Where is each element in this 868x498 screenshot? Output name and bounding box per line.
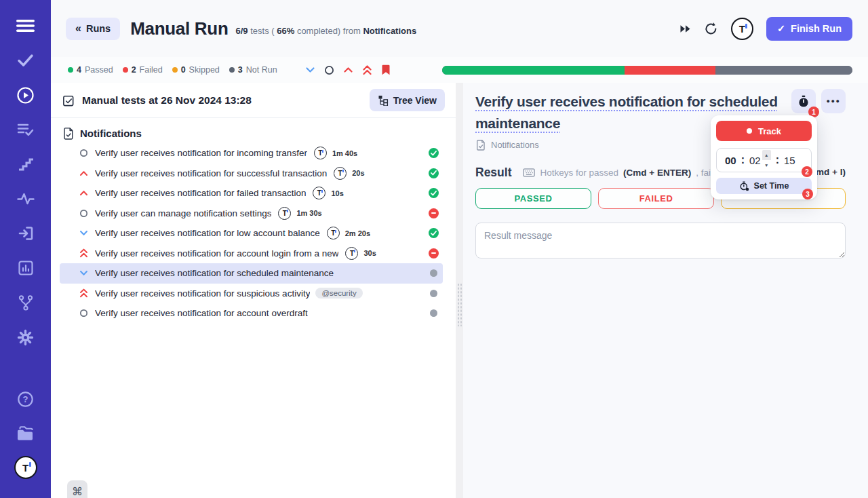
test-row[interactable]: Verify user receives notification for ac… <box>60 244 443 264</box>
test-duration: 30s <box>363 249 376 257</box>
bookmark-icon[interactable] <box>381 64 391 76</box>
passed-status-icon <box>429 148 439 158</box>
back-to-runs-button[interactable]: « Runs <box>66 18 120 40</box>
high-priority-icon <box>79 170 89 176</box>
retry-timer-icon[interactable] <box>704 22 718 36</box>
status-dot <box>123 67 128 73</box>
run-checklist-icon <box>62 94 75 107</box>
resize-grip[interactable] <box>457 283 462 326</box>
sidebar-item-steps[interactable] <box>12 152 39 176</box>
logo-letter: T <box>22 462 28 474</box>
sidebar-item-pulse[interactable] <box>12 187 39 211</box>
testomat-logo-icon[interactable]: T <box>14 456 37 479</box>
run-progress-summary: 6/9 tests ( 66% completed) from Notifica… <box>236 22 417 36</box>
stat-count: 3 <box>238 65 243 75</box>
sidebar-item-folder[interactable] <box>12 421 39 446</box>
page-title: Manual Run <box>130 18 228 39</box>
stat-label: Passed <box>85 65 113 75</box>
panel-resize-handle[interactable] <box>456 83 463 498</box>
stepper-up-icon[interactable]: ▲ <box>762 150 771 160</box>
test-row[interactable]: Verify user receives notification for su… <box>60 284 443 304</box>
sidebar-item-check[interactable] <box>12 48 39 73</box>
fast-forward-icon[interactable] <box>679 24 691 33</box>
critical-priority-icon <box>79 288 89 298</box>
testomat-badge-icon: T <box>345 247 358 260</box>
command-palette-button[interactable]: ⌘ <box>67 480 87 498</box>
test-row[interactable]: Verify user receives notification for su… <box>60 164 443 184</box>
hours-field[interactable]: 00 <box>725 155 736 166</box>
breadcrumb-suite[interactable]: Notifications <box>491 140 539 150</box>
ellipsis-icon: ●●● <box>827 98 841 104</box>
check-icon: ✓ <box>777 23 785 34</box>
tree-icon <box>378 95 389 106</box>
normal-priority-icon <box>79 149 89 157</box>
not-run-status-icon <box>430 269 437 277</box>
timer-popup: Track 00 : 02 ▲ ▼ : 15 2 <box>711 115 817 199</box>
set-time-button[interactable]: Set Time 3 <box>716 178 812 194</box>
test-duration: 10s <box>331 189 343 197</box>
stat-passed[interactable]: 4Passed <box>68 65 113 75</box>
stat-label: Failed <box>140 65 163 75</box>
finish-run-button[interactable]: ✓ Finish Run <box>766 17 852 41</box>
stat-count: 4 <box>77 65 81 75</box>
minutes-field[interactable]: 02 <box>749 155 761 166</box>
passed-button[interactable]: PASSED <box>475 188 591 209</box>
stat-not-run[interactable]: 3Not Run <box>229 65 277 75</box>
progress-segment-passed <box>442 66 625 75</box>
test-detail-panel: Verify user receives notification for sc… <box>463 83 868 498</box>
sidebar-item-sign-in[interactable] <box>12 221 39 246</box>
tree-view-button[interactable]: Tree View <box>370 89 445 111</box>
failed-button[interactable]: FAILED <box>598 188 714 209</box>
test-duration: 1m 30s <box>296 209 321 217</box>
stepper-down-icon[interactable]: ▼ <box>762 160 771 170</box>
sidebar-item-menu[interactable] <box>12 14 39 38</box>
timer-button[interactable]: 1 <box>791 89 816 113</box>
test-row[interactable]: Verify user receives notification for ac… <box>60 303 443 324</box>
result-label: Result <box>475 166 511 180</box>
sidebar-item-play-circle[interactable] <box>12 83 39 107</box>
suite-file-icon <box>475 139 486 151</box>
test-row[interactable]: Verify user receives notification for sc… <box>60 263 443 284</box>
stat-skipped[interactable]: 0Skipped <box>172 65 220 75</box>
test-tag[interactable]: @security <box>315 288 362 299</box>
sidebar-item-branch[interactable] <box>12 290 39 315</box>
run-progress-bar <box>442 66 852 75</box>
run-title: Manual tests at 26 Nov 2024 13:28 <box>62 94 252 107</box>
stopwatch-icon <box>797 95 810 108</box>
testomat-badge-icon: T <box>327 227 340 240</box>
test-row-title: Verify user receives notification for su… <box>95 168 327 178</box>
result-message-input[interactable] <box>475 223 846 258</box>
priority-filters <box>305 64 391 76</box>
test-row[interactable]: Verify user can manage notification sett… <box>60 204 443 224</box>
stat-failed[interactable]: 2Failed <box>123 65 163 75</box>
sidebar-item-gear[interactable] <box>12 325 39 349</box>
priority-critical-filter-icon[interactable] <box>362 64 372 76</box>
more-options-button[interactable]: ●●● <box>821 89 846 113</box>
svg-text:?: ? <box>23 394 28 404</box>
test-row[interactable]: Verify user receives notification for lo… <box>60 223 443 244</box>
test-row[interactable]: Verify user receives notification for in… <box>60 143 443 164</box>
priority-normal-filter-icon[interactable] <box>324 64 334 76</box>
progress-segment-not_run <box>715 66 852 75</box>
topbar: « Runs Manual Run 6/9 tests ( 66% comple… <box>51 0 868 57</box>
test-duration: 1m 40s <box>332 149 357 157</box>
seconds-field[interactable]: 15 <box>784 155 795 166</box>
status-dot <box>68 67 73 73</box>
critical-priority-icon <box>79 248 89 258</box>
sidebar-item-report-chart[interactable] <box>12 256 39 280</box>
run-suite-name: Notifications <box>363 26 416 36</box>
test-row[interactable]: Verify user receives notification for fa… <box>60 183 443 204</box>
time-input-group: 00 : 02 ▲ ▼ : 15 2 <box>716 148 812 172</box>
sidebar-item-list-check[interactable] <box>12 117 39 142</box>
sidebar-item-help[interactable]: ? <box>12 387 39 411</box>
testomat-logo-badge[interactable]: T <box>731 18 753 40</box>
test-row-title: Verify user receives notification for fa… <box>95 188 306 198</box>
priority-high-filter-icon[interactable] <box>343 64 353 76</box>
completed-percent: 66% <box>277 26 294 36</box>
minutes-stepper: ▲ ▼ <box>762 150 771 170</box>
track-button[interactable]: Track <box>716 121 812 141</box>
hotkey-passed: (Cmd + ENTER) <box>623 168 691 178</box>
priority-low-filter-icon[interactable] <box>305 64 315 76</box>
suite-header[interactable]: Notifications <box>51 127 456 140</box>
testomat-badge-icon: T <box>313 187 326 199</box>
